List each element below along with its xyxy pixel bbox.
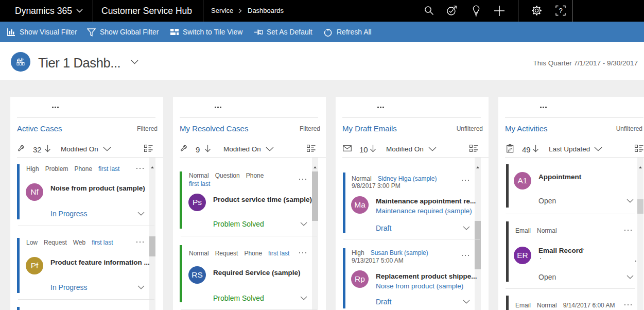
svg-text:?: ? bbox=[559, 7, 562, 14]
